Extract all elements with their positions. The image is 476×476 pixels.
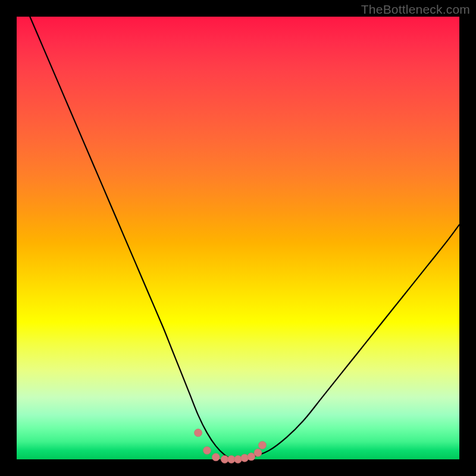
bottleneck-curve [30, 17, 459, 459]
valley-marker [234, 456, 242, 464]
valley-marker [258, 441, 266, 449]
valley-marker [241, 454, 249, 462]
valley-marker [254, 449, 262, 456]
valley-markers [195, 429, 267, 464]
chart-svg [17, 17, 459, 459]
valley-marker [248, 453, 255, 461]
valley-marker [212, 453, 220, 461]
valley-marker [195, 429, 202, 437]
plot-area [17, 17, 459, 459]
valley-marker [203, 447, 211, 455]
chart-stage: TheBottleneck.com [0, 0, 476, 476]
watermark-label: TheBottleneck.com [361, 2, 470, 17]
